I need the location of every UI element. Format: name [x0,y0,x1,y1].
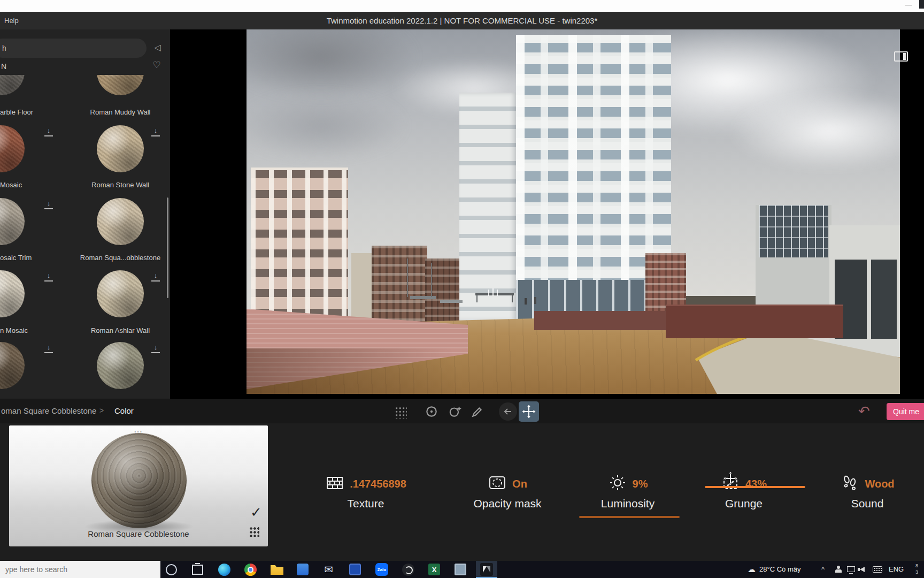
opacity-mask-value: On [512,478,527,490]
grunge-slider[interactable] [705,486,805,488]
library-scrollbar[interactable] [167,197,168,298]
sound-value: Wood [865,478,894,490]
app-gray-icon[interactable] [450,561,471,578]
eyedropper-icon[interactable] [471,405,484,419]
dashed-mask-icon [488,473,507,495]
excel-icon[interactable]: X [424,561,445,578]
windows-taskbar: ✉ Zalo X ☁ 28°C Có mây ^ ENG 8 3 [0,561,924,578]
sun-icon [608,473,627,495]
material-thumb[interactable] [97,198,144,245]
tray-clock-fragment[interactable]: 8 3 [915,562,918,576]
library-search-input[interactable]: h [0,39,147,58]
app-blue-icon[interactable] [344,561,366,578]
task-view-icon[interactable] [187,561,208,578]
undo-icon[interactable]: ↶ [856,402,873,421]
collapse-panel-icon[interactable]: ◁ [151,41,165,55]
material-thumb[interactable] [0,198,25,245]
twinmotion-taskbar-icon[interactable] [476,561,497,578]
material-thumb[interactable] [0,342,25,389]
obs-icon[interactable] [397,561,419,578]
material-thumb[interactable] [0,270,25,317]
tray-people-icon[interactable] [834,566,843,573]
property-sound[interactable]: Wood Sound [803,473,924,510]
menu-item-help[interactable]: Help [1,12,22,29]
zalo-icon[interactable]: Zalo [371,561,392,578]
material-thumb[interactable] [0,125,25,172]
material-thumb[interactable] [97,125,144,172]
material-label: Mosaic [0,181,80,189]
favorite-heart-icon[interactable]: ♡ [151,59,163,71]
quit-button[interactable]: Quit me [887,403,924,420]
download-icon[interactable]: ↓ [44,200,53,209]
file-explorer-icon[interactable] [266,561,288,578]
back-button[interactable] [499,402,517,421]
material-sphere-icon[interactable] [448,405,462,419]
luminosity-selected-underline [579,516,680,518]
texture-value: .147456898 [350,478,406,490]
breadcrumb-color[interactable]: Color [114,406,134,415]
material-thumb[interactable] [97,270,144,317]
material-toolbar: oman Square Cobblestone > Color ↶ Quit m… [0,399,924,424]
app-title: Twinmotion education 2022.1.2 | NOT FOR … [0,12,924,29]
light-pole [431,263,432,297]
download-icon[interactable]: ↓ [151,344,160,353]
edge-icon[interactable] [213,561,235,578]
footsteps-icon [840,473,859,495]
material-label: Roman Stone Wall [78,181,163,189]
property-grunge[interactable]: 43% Grunge [680,473,808,510]
mouse-cursor-move [723,471,738,486]
material-label: Roman Muddy Wall [78,108,163,117]
grunge-label: Grunge [680,497,808,510]
weather-text[interactable]: 28°C Có mây [759,561,800,578]
move-tool-button[interactable] [519,401,539,422]
light-pole [407,258,408,297]
tray-display-icon[interactable] [847,566,855,572]
grid-dots-icon[interactable] [394,406,407,419]
close-corner-fragment[interactable] [919,0,924,9]
mail-icon[interactable]: ✉ [318,561,340,578]
brick-wall-right [666,305,843,338]
pick-object-icon[interactable] [425,405,438,419]
material-label: arble Floor [0,108,80,117]
bricks-icon [325,473,344,495]
material-label: osaic Trim [0,254,80,262]
tray-chevron-icon[interactable]: ^ [821,561,825,578]
viewport-panel-toggle-icon[interactable] [894,51,908,62]
fountain-jet [492,288,494,296]
weather-cloud-icon[interactable]: ☁ [748,561,756,578]
material-thumb[interactable] [97,342,144,389]
download-icon[interactable]: ↓ [44,127,53,136]
tray-language[interactable]: ENG [889,561,904,578]
breadcrumb-separator: > [99,406,104,415]
property-texture[interactable]: .147456898 Texture [302,473,430,510]
download-icon[interactable]: ↓ [44,344,53,353]
breadcrumb-material[interactable]: oman Square Cobblestone [1,406,96,415]
luminosity-value: 9% [633,478,648,490]
selected-check-icon: ✓ [249,505,264,520]
cortana-icon[interactable] [160,561,182,578]
property-opacity-mask[interactable]: On Opacity mask [443,473,572,510]
pergola-post [476,295,478,302]
taskbar-search-input[interactable] [0,561,160,578]
minimize-button[interactable]: — [902,0,915,11]
material-label: n Mosaic [0,326,80,335]
render-scene [247,29,900,394]
viewport-3d[interactable] [170,29,924,399]
grid-view-icon[interactable] [249,526,259,537]
chrome-icon[interactable] [240,561,261,578]
material-label: Roman Squa...obblestone [78,254,163,262]
material-preview-card[interactable]: ⋯ Roman Square Cobblestone ✓ [9,425,268,546]
download-icon[interactable]: ↓ [44,272,53,282]
luminosity-label: Luminosity [564,497,692,510]
tray-speaker-icon[interactable] [860,567,865,572]
photos-icon[interactable] [292,561,313,578]
download-icon[interactable]: ↓ [151,127,160,136]
download-icon[interactable]: ↓ [151,272,160,282]
material-name-label: Roman Square Cobblestone [9,529,268,538]
property-luminosity[interactable]: 9% Luminosity [564,473,692,510]
pedestrian [525,298,527,305]
material-thumb[interactable] [0,75,25,95]
material-grid: arble Floor Roman Muddy Wall ↓ ↓ Mosaic … [0,75,170,399]
tray-keyboard-icon[interactable] [873,566,882,573]
material-thumb[interactable] [97,75,144,95]
